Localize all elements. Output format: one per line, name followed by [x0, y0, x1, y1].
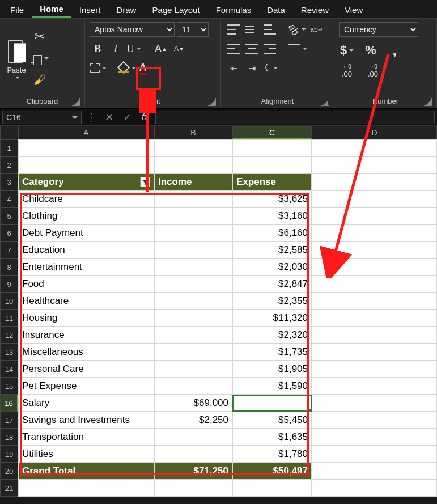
cell[interactable] — [312, 310, 437, 327]
align-bottom-button[interactable] — [262, 22, 278, 37]
cell[interactable]: $3,625 — [232, 190, 312, 207]
number-format-combo[interactable]: Currency — [339, 22, 418, 37]
cell[interactable]: Childcare — [18, 190, 154, 207]
row-header-16[interactable]: 16 — [0, 395, 18, 412]
alignment-launcher[interactable] — [321, 98, 329, 106]
cell[interactable]: $71,250 — [154, 463, 232, 480]
borders-button[interactable] — [90, 61, 107, 75]
cell[interactable]: $69,000 — [154, 395, 232, 412]
row-header-2[interactable]: 2 — [0, 156, 18, 173]
clipboard-launcher[interactable] — [72, 98, 80, 106]
cell[interactable] — [312, 225, 437, 242]
row-header-3[interactable]: 3 — [0, 173, 18, 190]
tab-view[interactable]: View — [337, 2, 371, 17]
col-header-A[interactable]: A — [18, 126, 154, 139]
font-size-combo[interactable]: 11 — [177, 22, 209, 37]
row-header-8[interactable]: 8 — [0, 259, 18, 276]
cell[interactable]: Salary — [18, 395, 154, 412]
cell[interactable]: $1,780 — [232, 446, 312, 463]
font-color-button[interactable]: A — [138, 61, 154, 75]
cell[interactable]: $5,450 — [232, 412, 312, 429]
number-launcher[interactable] — [424, 98, 432, 106]
cell[interactable]: $2,320 — [232, 327, 312, 344]
row-header-10[interactable]: 10 — [0, 293, 18, 310]
cell[interactable]: Utilities — [18, 446, 154, 463]
decrease-decimal-button[interactable]: ←0.00 — [339, 63, 355, 78]
tab-formulas[interactable]: Formulas — [208, 2, 260, 17]
col-header-C[interactable]: C — [232, 126, 312, 139]
cell[interactable] — [154, 259, 232, 276]
cell[interactable] — [154, 242, 232, 259]
cell[interactable] — [312, 156, 437, 173]
cell[interactable] — [312, 395, 437, 412]
cell[interactable]: Grand Total — [18, 463, 154, 480]
cell[interactable] — [312, 259, 437, 276]
cell[interactable]: $2,030 — [232, 259, 312, 276]
cell[interactable]: $50,497 — [232, 463, 312, 480]
row-header-5[interactable]: 5 — [0, 207, 18, 225]
cell[interactable] — [232, 156, 312, 173]
cell[interactable]: $1,735 — [232, 344, 312, 361]
cell[interactable]: $2,355 — [232, 293, 312, 310]
cell[interactable] — [154, 378, 232, 395]
font-family-combo[interactable]: Aptos Narrow — [90, 22, 175, 37]
cell[interactable] — [312, 139, 437, 156]
cell[interactable]: Transportation — [18, 429, 154, 446]
format-painter-button[interactable]: 🖌 — [32, 73, 48, 87]
tab-data[interactable]: Data — [259, 2, 293, 17]
cell[interactable]: $3,160 — [232, 207, 312, 225]
wrap-text-button[interactable]: ab↵ — [308, 22, 324, 37]
cell[interactable]: $1,905 — [232, 361, 312, 378]
cell[interactable] — [154, 429, 232, 446]
percent-format-button[interactable]: % — [363, 43, 379, 58]
tab-insert[interactable]: Insert — [71, 2, 109, 17]
tab-page-layout[interactable]: Page Layout — [144, 2, 207, 17]
cell[interactable]: Debt Payment — [18, 225, 154, 242]
cell[interactable] — [312, 173, 437, 190]
grow-font-button[interactable]: A▲ — [153, 41, 169, 56]
cell[interactable]: Savings and Investments — [18, 412, 154, 429]
bold-button[interactable]: B — [90, 41, 105, 56]
shrink-font-button[interactable]: A▼ — [171, 41, 187, 56]
decrease-indent-button[interactable]: ⇤ — [226, 61, 241, 75]
cell[interactable]: Pet Expense — [18, 378, 154, 395]
copy-button[interactable] — [31, 51, 49, 66]
cell[interactable] — [312, 276, 437, 293]
enter-button[interactable]: ✓ — [119, 110, 135, 125]
row-header-6[interactable]: 6 — [0, 225, 18, 242]
row-header-7[interactable]: 7 — [0, 242, 18, 259]
active-cell[interactable] — [232, 395, 312, 412]
cell[interactable] — [312, 207, 437, 225]
cell[interactable] — [312, 327, 437, 344]
cell[interactable]: Entertainment — [18, 259, 154, 276]
cell[interactable] — [312, 429, 437, 446]
cell[interactable]: $1,590 — [232, 378, 312, 395]
cell[interactable] — [154, 310, 232, 327]
fx-button[interactable]: fx — [137, 110, 153, 125]
tab-file[interactable]: File — [2, 2, 32, 17]
row-header-20[interactable]: 20 — [0, 463, 18, 480]
cell[interactable]: Education — [18, 242, 154, 259]
cell[interactable]: Housing — [18, 310, 154, 327]
row-header-12[interactable]: 12 — [0, 327, 18, 344]
italic-button[interactable]: I — [108, 41, 124, 56]
increase-indent-button[interactable]: ⇥ — [244, 61, 260, 75]
increase-decimal-button[interactable]: →0.00 — [365, 63, 381, 78]
name-box[interactable]: C16 — [2, 111, 82, 124]
cell[interactable] — [154, 446, 232, 463]
cell[interactable] — [154, 156, 232, 173]
cell[interactable]: Miscellaneous — [18, 344, 154, 361]
cell[interactable] — [154, 361, 232, 378]
cancel-button[interactable]: ✕ — [101, 110, 117, 125]
row-header-15[interactable]: 15 — [0, 378, 18, 395]
cell[interactable]: Category — [18, 173, 154, 190]
cell[interactable] — [154, 139, 232, 156]
cell[interactable] — [154, 344, 232, 361]
cell[interactable] — [232, 480, 312, 497]
row-header-19[interactable]: 19 — [0, 446, 18, 463]
cell[interactable] — [154, 190, 232, 207]
orientation2-button[interactable]: ⤹ — [262, 61, 278, 75]
cell[interactable] — [312, 242, 437, 259]
tab-home[interactable]: Home — [32, 1, 71, 18]
cell[interactable] — [154, 276, 232, 293]
